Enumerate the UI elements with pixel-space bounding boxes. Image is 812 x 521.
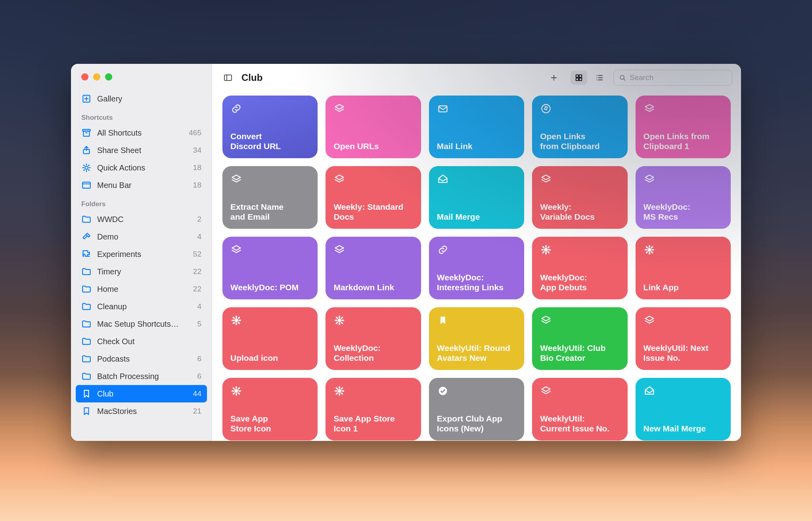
- stack-icon: [334, 244, 345, 255]
- shortcut-tile[interactable]: New Mail Merge: [636, 378, 731, 441]
- shortcut-title: Save App Store Icon: [230, 414, 310, 433]
- shortcut-title: Export Club App Icons (New): [437, 414, 516, 433]
- shortcut-tile[interactable]: Open URLs: [326, 96, 421, 158]
- link-icon: [230, 103, 242, 115]
- shortcut-tile[interactable]: Convert Discord URL: [222, 96, 318, 158]
- stack-icon: [333, 103, 345, 115]
- section-header-shortcuts: Shortcuts: [76, 107, 207, 124]
- add-shortcut-button[interactable]: [547, 71, 561, 85]
- shortcut-tile[interactable]: Open Links from Clipboard 1: [636, 96, 731, 158]
- shortcut-tile[interactable]: WeeklyUtil: Current Issue No.: [532, 378, 627, 441]
- close-window-button[interactable]: [81, 73, 88, 80]
- shortcut-tile[interactable]: Save App Store Icon: [222, 378, 318, 441]
- stack-icon: [643, 314, 655, 326]
- shortcut-tile[interactable]: Mail Link: [429, 96, 524, 158]
- shortcut-tile[interactable]: WeeklyDoc: Collection: [326, 307, 421, 370]
- sidebar-item-folder-7[interactable]: Check Out: [76, 333, 207, 350]
- stack-icon: [644, 103, 655, 114]
- folder-icon: [81, 336, 92, 347]
- folder-icon: [81, 266, 92, 277]
- shortcut-tile[interactable]: Link App: [636, 237, 731, 299]
- sidebar-item-label: Cleanup: [97, 302, 197, 311]
- shortcut-tile[interactable]: Weekly: Standard Docs: [326, 166, 421, 229]
- sidebar-item-folder-2[interactable]: Experiments 52: [76, 245, 207, 263]
- sidebar-item-folder-0[interactable]: WWDC 2: [76, 211, 207, 228]
- sidebar-item-label: MacStories: [97, 407, 193, 416]
- minimize-window-button[interactable]: [93, 73, 100, 80]
- grid-view-button[interactable]: [571, 71, 587, 85]
- sidebar-item-folder-10[interactable]: Club 44: [76, 385, 207, 402]
- zoom-window-button[interactable]: [105, 73, 112, 80]
- sidebar-item-gallery[interactable]: Gallery: [76, 90, 207, 107]
- shortcut-tile[interactable]: Markdown Link: [326, 237, 421, 299]
- sidebar-item-shortcut-3[interactable]: Menu Bar 18: [76, 176, 207, 194]
- shortcut-tile[interactable]: Extract Name and Email: [222, 166, 318, 229]
- shortcut-title: Weekly: Standard Docs: [333, 202, 413, 222]
- stack-icon: [540, 173, 552, 185]
- shortcut-tile[interactable]: Upload icon: [222, 307, 318, 370]
- list-view-button[interactable]: [591, 71, 608, 85]
- stack-icon: [333, 244, 345, 256]
- stack-icon: [540, 174, 552, 185]
- sidebar-item-folder-8[interactable]: Podcasts 6: [76, 350, 207, 368]
- stack-icon: [230, 173, 242, 185]
- sidebar-item-count: 4: [197, 232, 201, 241]
- bookmark-icon: [81, 389, 92, 399]
- bookmark-icon: [81, 389, 92, 399]
- link-icon: [437, 244, 448, 255]
- sidebar-item-folder-6[interactable]: Mac Setup Shortcuts… 5: [76, 315, 207, 333]
- menubar-icon: [81, 180, 92, 190]
- sidebar-item-label: Share Sheet: [97, 146, 193, 155]
- shortcut-tile[interactable]: WeeklyUtil: Round Avatars New: [429, 307, 524, 370]
- shortcut-tile[interactable]: Weekly: Variable Docs: [532, 166, 627, 229]
- sidebar-item-folder-11[interactable]: MacStories 21: [76, 402, 207, 420]
- shortcut-tile[interactable]: Export Club App Icons (New): [429, 378, 524, 441]
- shortcut-title: WeeklyDoc: Interesting Links: [437, 272, 516, 292]
- sidebar-item-shortcut-1[interactable]: Share Sheet 34: [76, 142, 207, 159]
- sidebar-item-label: Menu Bar: [97, 181, 193, 190]
- sidebar-item-count: 52: [193, 250, 201, 259]
- gear-fill-icon: [643, 244, 655, 256]
- folder-icon: [81, 354, 92, 364]
- sidebar-item-folder-9[interactable]: Batch Processing 6: [76, 368, 207, 385]
- main-pane: Club Convert Discord URL: [212, 64, 741, 441]
- sidebar-item-shortcut-0[interactable]: All Shortcuts 465: [76, 124, 207, 142]
- shortcut-tile[interactable]: WeeklyDoc: POM: [222, 237, 318, 299]
- sidebar-item-folder-5[interactable]: Cleanup 4: [76, 298, 207, 315]
- sidebar-item-folder-1[interactable]: Demo 4: [76, 228, 207, 245]
- stack-icon: [334, 174, 345, 185]
- share-icon: [81, 145, 92, 155]
- plus-icon: [550, 73, 558, 82]
- stack-icon: [230, 244, 242, 256]
- search-input[interactable]: [630, 73, 727, 82]
- sidebar-item-folder-3[interactable]: Timery 22: [76, 263, 207, 280]
- puzzle-icon: [81, 249, 92, 259]
- shortcut-tile[interactable]: WeeklyDoc: Interesting Links: [429, 237, 524, 299]
- stack-icon: [643, 173, 655, 185]
- shortcut-tile[interactable]: WeeklyDoc: MS Recs: [636, 166, 731, 229]
- shortcut-title: Mail Link: [437, 141, 516, 151]
- share-icon: [81, 145, 92, 155]
- stack-icon: [643, 103, 655, 115]
- search-field[interactable]: [613, 70, 732, 86]
- archive-icon: [81, 128, 92, 138]
- search-icon: [619, 74, 626, 82]
- sidebar-item-label: Podcasts: [97, 354, 197, 364]
- sidebar-item-shortcut-2[interactable]: Quick Actions 18: [76, 159, 207, 176]
- toggle-sidebar-button[interactable]: [221, 71, 235, 85]
- stack-icon: [231, 244, 242, 255]
- shortcut-tile[interactable]: WeeklyUtil: Club Bio Creator: [532, 307, 627, 370]
- shortcut-title: WeeklyUtil: Next Issue No.: [643, 343, 723, 363]
- envelope-open-icon: [437, 174, 448, 185]
- puzzle-icon: [81, 249, 92, 259]
- stack-icon: [540, 315, 552, 326]
- shortcut-tile[interactable]: Open Links from Clipboard: [532, 96, 627, 158]
- sidebar-item-folder-4[interactable]: Home 22: [76, 280, 207, 298]
- menubar-icon: [81, 180, 92, 190]
- shortcut-tile[interactable]: Save App Store Icon 1: [326, 378, 421, 441]
- shortcut-title: WeeklyDoc: Collection: [333, 343, 413, 363]
- shortcut-tile[interactable]: WeeklyDoc: App Debuts: [532, 237, 627, 299]
- shortcut-tile[interactable]: WeeklyUtil: Next Issue No.: [636, 307, 731, 370]
- sidebar-item-count: 6: [197, 354, 201, 363]
- shortcut-tile[interactable]: Mail Merge: [429, 166, 524, 229]
